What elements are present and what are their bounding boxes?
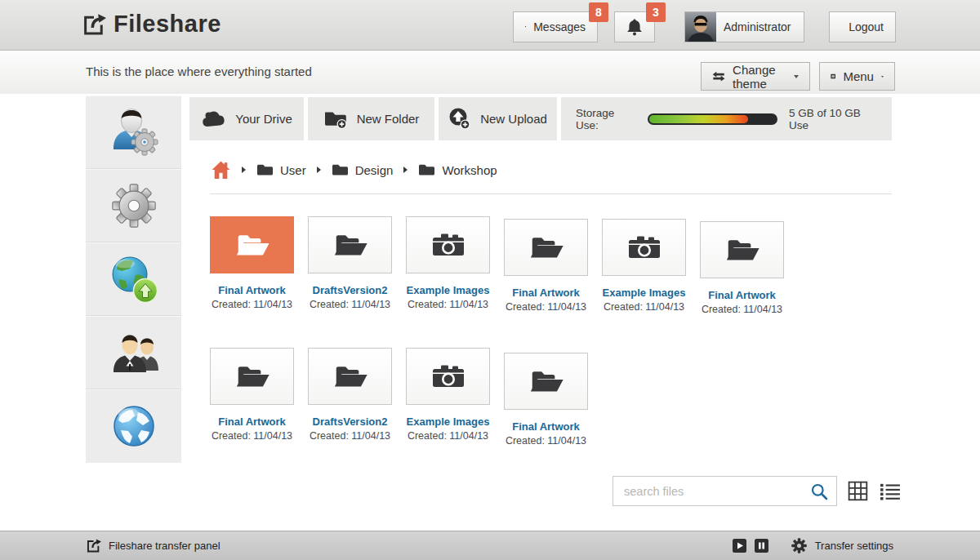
app-title: Fileshare [114, 11, 221, 38]
storage-bar [648, 113, 777, 125]
file-tile[interactable]: Final Artwork Created: 11/04/13 [504, 219, 588, 313]
file-tile-thumbnail[interactable] [504, 353, 588, 410]
notifications-button[interactable]: 3 [614, 11, 655, 42]
breadcrumb-item[interactable]: Design [332, 163, 394, 177]
grid-view-button[interactable] [848, 481, 869, 502]
sidebar-item-settings[interactable] [86, 169, 181, 242]
user-menu-button[interactable]: Administrator [684, 11, 804, 42]
transfer-settings-button[interactable]: Transfer settings [815, 540, 893, 552]
storage-usage-text: 5 GB of 10 GB Use [789, 107, 877, 131]
open-folder-icon [332, 231, 369, 259]
breadcrumb-separator-icon [242, 167, 246, 173]
file-name-link[interactable]: Final Artwork [700, 289, 784, 301]
sidebar [86, 96, 181, 463]
open-folder-icon [332, 362, 369, 390]
file-tile-thumbnail[interactable] [210, 348, 294, 405]
share-icon [86, 538, 101, 553]
file-tile[interactable]: Example Images Created: 11/04/13 [406, 216, 490, 310]
breadcrumb-separator-icon [403, 167, 408, 173]
home-icon [211, 160, 231, 180]
storage-bar-fill [649, 115, 748, 123]
new-folder-icon [323, 109, 348, 129]
file-tile-thumbnail[interactable] [504, 219, 588, 276]
breadcrumb-item[interactable]: Workshop [418, 163, 497, 177]
file-tile-thumbnail[interactable] [308, 348, 392, 405]
search-icon[interactable] [810, 482, 828, 500]
file-created-date: Created: 11/04/13 [504, 435, 588, 447]
swap-arrows-icon [712, 69, 725, 84]
sidebar-item-account-settings[interactable] [86, 96, 181, 169]
messages-button[interactable]: Messages 8 [513, 11, 598, 42]
breadcrumb-item[interactable]: User [256, 163, 306, 177]
play-button[interactable] [733, 539, 746, 553]
file-created-date: Created: 11/04/13 [504, 301, 588, 313]
file-tile[interactable]: DraftsVersion2 Created: 11/04/13 [308, 216, 392, 310]
file-tile[interactable]: Example Images Created: 11/04/13 [602, 219, 686, 313]
breadcrumb-item-label: User [280, 163, 306, 177]
file-created-date: Created: 11/04/13 [700, 304, 784, 315]
chevron-down-icon [794, 74, 799, 79]
your-drive-button[interactable]: Your Drive [189, 97, 304, 140]
list-view-icon [880, 482, 901, 500]
file-name-link[interactable]: Example Images [406, 416, 490, 428]
file-created-date: Created: 11/04/13 [308, 299, 392, 310]
new-upload-button[interactable]: New Upload [439, 97, 557, 140]
folder-icon [418, 163, 435, 176]
search-row [612, 476, 901, 506]
camera-icon [432, 233, 465, 257]
file-tile[interactable]: Final Artwork Created: 11/04/13 [700, 221, 784, 315]
file-tile[interactable]: Final Artwork Created: 11/04/13 [504, 353, 588, 447]
globe-upload-icon [109, 254, 159, 304]
globe-icon [109, 401, 159, 451]
file-tile[interactable]: DraftsVersion2 Created: 11/04/13 [308, 348, 392, 442]
top-bar: Fileshare Messages 8 3 [0, 0, 980, 51]
sidebar-item-users[interactable] [86, 316, 181, 389]
transfer-panel-toggle[interactable]: Fileshare transfer panel [86, 538, 220, 553]
list-view-button[interactable] [880, 482, 901, 500]
change-theme-button[interactable]: Change theme [701, 62, 810, 91]
breadcrumb-home[interactable] [211, 160, 231, 180]
logout-button[interactable]: Logout [829, 11, 896, 42]
file-created-date: Created: 11/04/13 [602, 301, 686, 313]
pause-button[interactable] [755, 539, 768, 553]
share-icon [82, 12, 106, 37]
file-name-link[interactable]: DraftsVersion2 [308, 416, 392, 428]
search-input[interactable] [612, 476, 837, 506]
file-tile-thumbnail[interactable] [700, 221, 784, 278]
new-folder-label: New Folder [357, 112, 420, 126]
file-tile[interactable]: Example Images Created: 11/04/13 [406, 348, 490, 442]
file-name-link[interactable]: Example Images [406, 284, 490, 296]
open-folder-icon [528, 233, 565, 261]
file-grid-row: Final Artwork Created: 11/04/13 DraftsVe… [210, 348, 798, 447]
open-folder-icon [528, 367, 565, 395]
sidebar-item-publish[interactable] [86, 242, 181, 316]
file-created-date: Created: 11/04/13 [210, 430, 294, 442]
file-name-link[interactable]: Final Artwork [210, 284, 294, 296]
main-area: Your Drive New Folder New Upload Storage… [0, 94, 980, 531]
sidebar-item-network[interactable] [86, 389, 181, 463]
open-folder-icon [234, 362, 271, 390]
file-tile-thumbnail[interactable] [406, 216, 490, 273]
file-created-date: Created: 11/04/13 [210, 299, 294, 310]
file-name-link[interactable]: DraftsVersion2 [308, 284, 392, 296]
file-name-link[interactable]: Final Artwork [504, 287, 588, 299]
gear-icon [791, 538, 807, 553]
folder-icon [256, 163, 274, 176]
file-tile-thumbnail[interactable] [308, 216, 392, 273]
file-tile-thumbnail[interactable] [406, 348, 490, 405]
menu-button[interactable]: Menu [819, 62, 895, 91]
file-name-link[interactable]: Final Artwork [504, 420, 588, 433]
breadcrumb-item-label: Design [355, 163, 394, 177]
sub-bar: This is the place where everything start… [0, 51, 980, 94]
file-tile-thumbnail[interactable] [602, 219, 686, 276]
file-grid: Final Artwork Created: 11/04/13 DraftsVe… [210, 216, 798, 479]
new-folder-button[interactable]: New Folder [308, 97, 434, 140]
storage-label: Storage Use: [576, 107, 636, 131]
menu-icon [831, 69, 835, 84]
storage-panel: Storage Use: 5 GB of 10 GB Use [561, 97, 892, 140]
file-name-link[interactable]: Example Images [602, 287, 686, 299]
file-tile[interactable]: Final Artwork Created: 11/04/13 [210, 348, 294, 442]
file-tile[interactable]: Final Artwork Created: 11/04/13 [210, 216, 294, 310]
file-name-link[interactable]: Final Artwork [210, 416, 294, 428]
file-tile-thumbnail[interactable] [210, 216, 294, 273]
